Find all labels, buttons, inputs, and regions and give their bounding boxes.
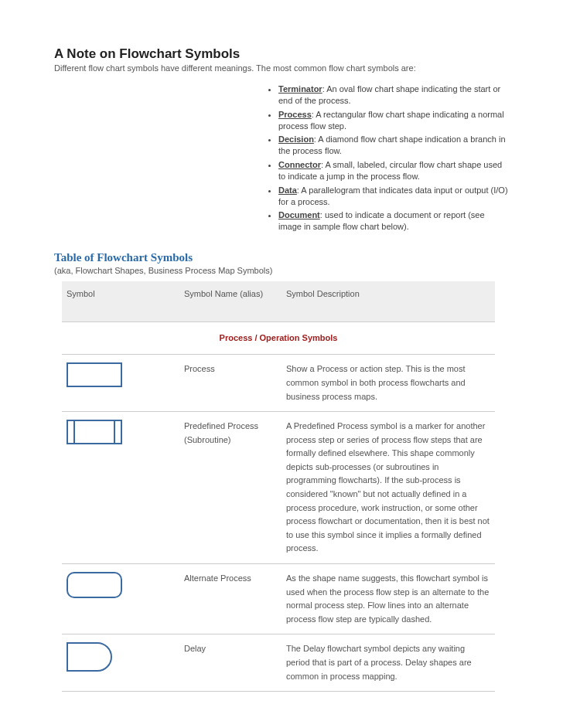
alternate-process-icon — [67, 572, 122, 600]
predefined-process-icon — [67, 420, 122, 446]
term-desc: : A rectangular flow chart shape indicat… — [278, 110, 504, 131]
col-header-desc: Symbol Description — [282, 281, 495, 321]
symbol-desc: As the shape name suggests, this flowcha… — [282, 564, 495, 634]
svg-rect-0 — [67, 363, 121, 386]
table-row: Predefined Process (Subroutine) A Predef… — [62, 412, 495, 564]
term: Document — [278, 210, 320, 219]
table-title: Table of Flowchart Symbols — [54, 251, 509, 264]
symbol-name: Predefined Process (Subroutine) — [179, 412, 282, 564]
col-header-symbol: Symbol — [62, 281, 179, 321]
table-row: Alternate Process As the shape name sugg… — [62, 564, 495, 634]
definition-item: Connector: A small, labeled, circular fl… — [278, 159, 509, 182]
term: Terminator — [278, 84, 322, 94]
symbol-name: Alternate Process — [179, 564, 282, 634]
definition-item: Data: A parallelogram that indicates dat… — [278, 185, 509, 208]
delay-icon — [67, 642, 114, 672]
section-header: Process / Operation Symbols — [62, 321, 495, 355]
symbol-name: Process — [179, 355, 282, 412]
symbol-desc: Show a Process or action step. This is t… — [282, 355, 495, 412]
symbol-desc: The Delay flowchart symbol depicts any w… — [282, 634, 495, 692]
table-subtitle: (aka, Flowchart Shapes, Business Process… — [54, 266, 509, 275]
term: Data — [278, 185, 297, 195]
term: Connector — [278, 160, 321, 169]
term: Decision — [278, 134, 314, 144]
page-title: A Note on Flowchart Symbols — [54, 46, 509, 62]
definition-item: Terminator: An oval flow chart shape ind… — [278, 83, 509, 107]
symbols-table: Symbol Symbol Name (alias) Symbol Descri… — [62, 281, 495, 692]
svg-rect-4 — [67, 573, 121, 597]
term-desc: : A parallelogram that indicates data in… — [278, 185, 508, 206]
process-icon — [67, 362, 122, 389]
definition-list: Terminator: An oval flow chart shape ind… — [54, 83, 509, 233]
table-row: Process Show a Process or action step. T… — [62, 355, 495, 412]
symbol-desc: A Predefined Process symbol is a marker … — [282, 412, 495, 564]
col-header-name: Symbol Name (alias) — [179, 281, 282, 321]
table-row: Delay The Delay flowchart symbol depicts… — [62, 634, 495, 692]
definition-item: Process: A rectangular flow chart shape … — [278, 109, 509, 132]
term: Process — [278, 110, 312, 119]
definition-item: Document: used to indicate a document or… — [278, 209, 509, 233]
symbol-name: Delay — [179, 634, 282, 692]
intro-text: Different flow chart symbols have differ… — [54, 63, 509, 73]
definition-item: Decision: A diamond flow chart shape ind… — [278, 134, 509, 157]
svg-rect-1 — [67, 420, 121, 444]
